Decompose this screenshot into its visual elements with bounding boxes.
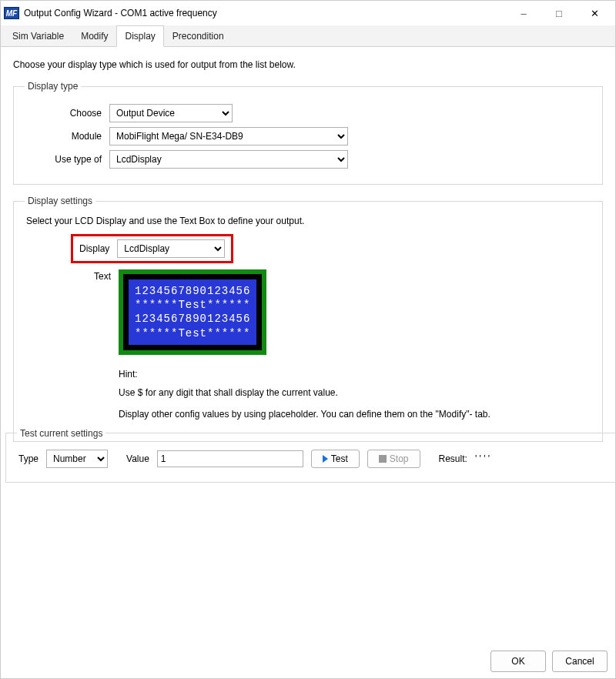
hint-text-1: Use $ for any digit that shall display t… <box>119 387 591 398</box>
stop-icon <box>379 455 387 463</box>
app-icon: MF <box>4 7 19 19</box>
play-icon <box>323 455 328 463</box>
display-type-group: Display type Choose Output Device Module… <box>13 81 603 185</box>
display-type-legend: Display type <box>25 81 81 92</box>
module-select[interactable]: MobiFlight Mega/ SN-E34-DB9 <box>109 127 348 146</box>
lcd-text-area[interactable]: 1234567890123456 ******Test****** 123456… <box>123 274 262 350</box>
titlebar: MF Output Config Wizard - COM1 active fr… <box>1 1 615 25</box>
result-value: ' ' ' ' <box>475 453 490 464</box>
stop-button[interactable]: Stop <box>367 450 420 468</box>
minimize-button[interactable]: – <box>506 2 541 25</box>
window-title: Output Config Wizard - COM1 active frequ… <box>24 8 506 18</box>
module-label: Module <box>25 131 109 142</box>
cancel-button[interactable]: Cancel <box>552 651 608 672</box>
hint-label: Hint: <box>119 369 591 380</box>
tab-bar: Sim Variable Modify Display Precondition <box>1 25 615 47</box>
display-settings-group: Display settings Select your LCD Display… <box>13 196 603 442</box>
type-label: Type <box>18 453 38 464</box>
display-select[interactable]: LcdDisplay <box>117 239 225 258</box>
window-controls: – □ ✕ <box>506 2 612 25</box>
content-area: Choose your display type which is used f… <box>1 47 615 462</box>
tab-sim-variable[interactable]: Sim Variable <box>4 25 72 47</box>
maximize-button[interactable]: □ <box>541 2 577 25</box>
use-type-select[interactable]: LcdDisplay <box>109 150 348 169</box>
choose-select[interactable]: Output Device <box>109 104 233 122</box>
hint-text-2: Display other config values by using pla… <box>119 409 591 420</box>
display-settings-subtext: Select your LCD Display and use the Text… <box>26 216 591 226</box>
hints-section: Hint: Use $ for any digit that shall dis… <box>119 369 591 420</box>
value-label: Value <box>126 453 149 464</box>
tab-precondition[interactable]: Precondition <box>164 25 233 47</box>
value-input[interactable] <box>157 450 303 467</box>
test-button[interactable]: Test <box>311 450 360 468</box>
result-label: Result: <box>439 453 467 464</box>
tab-modify[interactable]: Modify <box>72 25 116 47</box>
display-select-highlight: Display LcdDisplay <box>71 234 233 263</box>
ok-button[interactable]: OK <box>490 651 546 672</box>
tab-display[interactable]: Display <box>116 25 163 47</box>
text-label: Text <box>34 269 119 282</box>
close-button[interactable]: ✕ <box>577 2 612 25</box>
display-settings-legend: Display settings <box>25 196 95 206</box>
intro-text: Choose your display type which is used f… <box>13 59 603 70</box>
test-settings-legend: Test current settings <box>17 428 105 439</box>
lcd-display-frame: 1234567890123456 ******Test****** 123456… <box>119 269 266 355</box>
type-select[interactable]: Number <box>46 450 108 468</box>
test-settings-group: Test current settings Type Number Value … <box>5 428 616 483</box>
use-type-label: Use type of <box>25 154 109 165</box>
choose-label: Choose <box>25 108 109 119</box>
dialog-button-bar: OK Cancel <box>490 651 608 672</box>
display-label: Display <box>79 243 117 254</box>
